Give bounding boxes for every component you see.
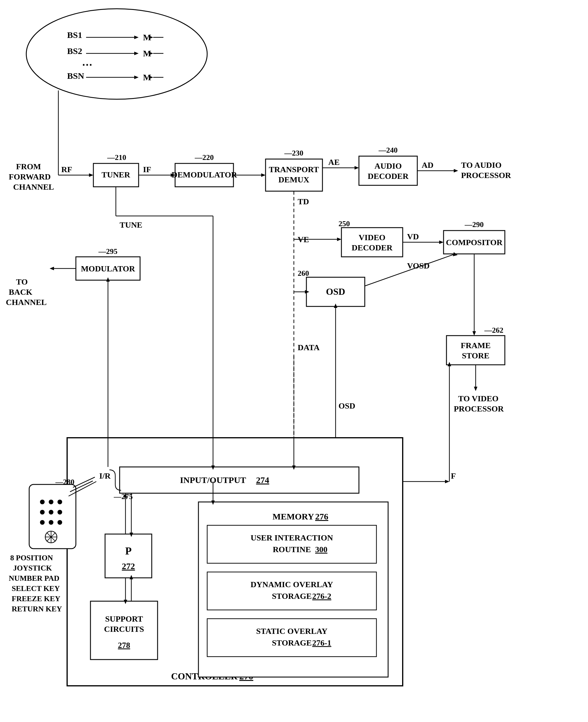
svg-text:PROCESSOR: PROCESSOR (454, 404, 504, 413)
svg-text:260: 260 (298, 269, 309, 278)
svg-text:P: P (125, 545, 132, 557)
svg-text:—290: —290 (465, 220, 484, 229)
svg-point-158 (40, 510, 45, 514)
svg-text:STORAGE: STORAGE (272, 592, 312, 601)
svg-text:JOYSTICK: JOYSTICK (13, 564, 52, 572)
svg-text:—280: —280 (55, 478, 75, 486)
svg-text:OSD: OSD (338, 401, 355, 410)
svg-text:TRANSPORT: TRANSPORT (269, 165, 319, 174)
svg-text:DYNAMIC OVERLAY: DYNAMIC OVERLAY (251, 580, 333, 589)
svg-text:STORAGE: STORAGE (272, 638, 312, 647)
svg-text:BACK: BACK (9, 288, 33, 297)
svg-text:—295: —295 (98, 247, 118, 256)
svg-text:TUNE: TUNE (120, 220, 142, 229)
svg-point-0 (26, 9, 207, 99)
svg-text:DECODER: DECODER (368, 172, 409, 180)
svg-text:8 POSITION: 8 POSITION (10, 554, 53, 562)
svg-text:NUMBER PAD: NUMBER PAD (9, 574, 60, 582)
svg-text:⋯: ⋯ (82, 59, 92, 71)
svg-marker-76 (445, 480, 449, 483)
svg-text:—230: —230 (284, 149, 303, 157)
svg-text:TD: TD (298, 197, 309, 206)
svg-text:DEMODULATOR: DEMODULATOR (172, 170, 237, 179)
svg-text:274: 274 (256, 475, 269, 485)
svg-text:FROM: FROM (16, 162, 41, 171)
svg-text:250: 250 (338, 219, 350, 228)
svg-marker-50 (454, 169, 458, 172)
svg-text:TO AUDIO: TO AUDIO (461, 161, 502, 170)
diagram-svg: BS1 BS2 ⋯ BSN M M M FROM FORWARD CHANNEL… (0, 0, 588, 722)
svg-text:AE: AE (328, 157, 340, 167)
svg-text:—220: —220 (195, 153, 214, 162)
svg-text:CIRCUITS: CIRCUITS (104, 624, 144, 634)
svg-rect-71 (446, 336, 505, 365)
svg-rect-123 (207, 619, 376, 657)
svg-text:VIDEO: VIDEO (359, 233, 385, 242)
svg-text:COMPOSITOR: COMPOSITOR (446, 238, 503, 247)
svg-marker-148 (49, 267, 54, 270)
svg-point-163 (58, 520, 62, 525)
svg-text:276: 276 (315, 512, 328, 521)
svg-text:TO: TO (16, 277, 28, 286)
svg-text:PROCESSOR: PROCESSOR (461, 171, 511, 180)
svg-marker-43 (355, 166, 359, 170)
svg-point-156 (49, 500, 54, 504)
svg-text:IF: IF (143, 165, 151, 174)
svg-point-162 (49, 520, 54, 525)
svg-text:I/R: I/R (99, 471, 111, 480)
svg-marker-70 (472, 331, 476, 336)
svg-text:BSN: BSN (67, 71, 84, 81)
svg-text:SUPPORT: SUPPORT (105, 614, 143, 623)
svg-text:—240: —240 (378, 146, 398, 154)
svg-text:272: 272 (122, 561, 135, 571)
svg-text:AUDIO: AUDIO (374, 162, 401, 170)
svg-text:MODULATOR: MODULATOR (81, 264, 135, 273)
svg-text:—262: —262 (484, 326, 503, 335)
svg-point-157 (58, 500, 62, 504)
svg-text:VOSD: VOSD (407, 261, 429, 270)
svg-point-155 (40, 500, 45, 504)
svg-text:STORE: STORE (462, 351, 489, 360)
svg-text:SELECT KEY: SELECT KEY (12, 584, 60, 593)
svg-marker-58 (337, 237, 341, 241)
svg-text:—210: —210 (107, 153, 126, 162)
svg-text:VD: VD (407, 232, 419, 241)
svg-text:—275: —275 (113, 492, 133, 501)
svg-text:DECODER: DECODER (352, 243, 393, 252)
svg-rect-45 (359, 156, 417, 185)
diagram: BS1 BS2 ⋯ BSN M M M FROM FORWARD CHANNEL… (0, 0, 588, 722)
svg-text:276-1: 276-1 (312, 638, 331, 647)
svg-text:DEMUX: DEMUX (278, 175, 309, 184)
svg-text:BS1: BS1 (67, 30, 82, 40)
svg-text:DATA: DATA (298, 343, 320, 352)
svg-point-161 (40, 520, 45, 525)
svg-text:CHANNEL: CHANNEL (13, 183, 54, 191)
svg-text:FREEZE KEY: FREEZE KEY (12, 594, 60, 603)
svg-text:STATIC OVERLAY: STATIC OVERLAY (256, 627, 328, 636)
svg-text:RF: RF (61, 165, 72, 174)
svg-text:FRAME: FRAME (461, 341, 491, 350)
svg-marker-25 (89, 173, 93, 177)
svg-text:276-2: 276-2 (312, 592, 331, 601)
svg-marker-64 (439, 240, 444, 244)
svg-text:ROUTINE: ROUTINE (273, 545, 311, 554)
svg-rect-59 (341, 228, 403, 257)
svg-text:FORWARD: FORWARD (9, 172, 51, 181)
svg-marker-81 (474, 387, 477, 391)
svg-point-159 (49, 510, 54, 514)
svg-marker-37 (261, 173, 266, 177)
svg-text:F: F (451, 471, 456, 480)
svg-text:OSD: OSD (326, 286, 345, 297)
svg-text:CHANNEL: CHANNEL (6, 298, 47, 307)
svg-text:278: 278 (118, 641, 130, 650)
svg-text:TUNER: TUNER (102, 170, 130, 179)
svg-text:RETURN KEY: RETURN KEY (12, 605, 62, 613)
svg-rect-115 (207, 525, 376, 563)
svg-rect-119 (207, 572, 376, 610)
svg-text:TO VIDEO: TO VIDEO (458, 394, 499, 403)
svg-point-160 (58, 510, 62, 514)
svg-text:USER INTERACTION: USER INTERACTION (251, 533, 333, 542)
svg-text:MEMORY: MEMORY (273, 512, 314, 521)
svg-text:BS2: BS2 (67, 46, 82, 56)
svg-text:300: 300 (315, 545, 328, 554)
